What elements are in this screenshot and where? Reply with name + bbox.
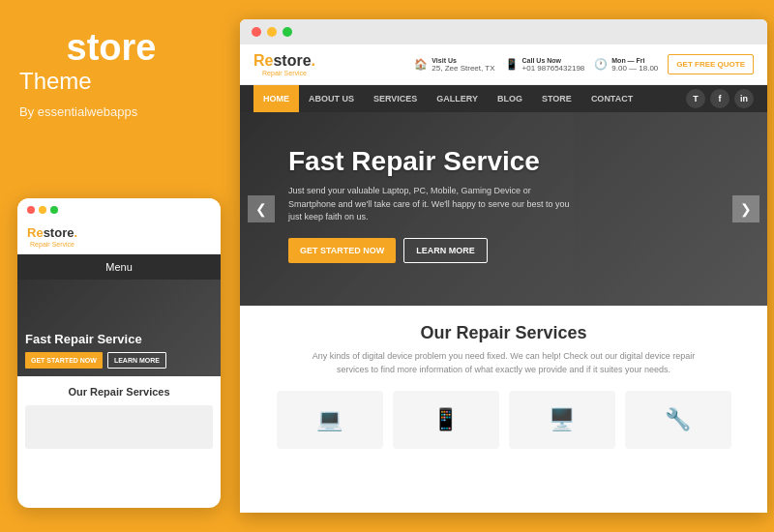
mockup-services: Our Repair Services (17, 376, 221, 458)
address-label: Visit Us (432, 57, 494, 64)
service-card-tools: 🔧 (625, 391, 731, 449)
mockup-service-placeholder (25, 405, 213, 449)
hero-next-arrow[interactable]: ❯ (732, 195, 759, 222)
mockup-hero-content: Fast Repair Service GET STARTED NOW LEAR… (25, 332, 213, 369)
services-section: Our Repair Services Any kinds of digital… (240, 306, 767, 458)
nav-item-about[interactable]: ABOUT US (299, 85, 364, 112)
mockup-dot-red (27, 206, 35, 214)
hero-prev-arrow[interactable]: ❮ (248, 195, 275, 222)
nav-item-blog[interactable]: BLOG (488, 85, 532, 112)
service-card-phone: 📱 (393, 391, 499, 449)
phone-icon: 📱 (505, 58, 519, 71)
hours-label: Mon — Fri (611, 57, 658, 64)
mockup-logo: Restore. Repair Service (27, 223, 77, 248)
service-card-desktop: 🖥️ (509, 391, 615, 449)
address-val: 25, Zee Street, TX (432, 64, 494, 73)
mockup-menu-bar: Menu (17, 254, 221, 280)
browser-dot-green (283, 27, 292, 37)
free-quote-button[interactable]: GET FREE QUOTE (668, 54, 754, 74)
brand-subtitle: Theme (19, 68, 221, 95)
brand-re: Re (19, 27, 67, 68)
contact-phone: 📱 Call Us Now +01 98765432198 (505, 57, 585, 73)
facebook-button[interactable]: f (710, 89, 729, 108)
hours-icon: 🕐 (594, 58, 608, 71)
mockup-learn-more-button[interactable]: LEARN MORE (107, 352, 166, 369)
services-cards: 💻 📱 🖥️ 🔧 (259, 391, 748, 449)
browser-bar (240, 19, 767, 44)
browser-dot-yellow (267, 27, 277, 37)
mockup-dot-yellow (39, 206, 46, 214)
hero-description: Just send your valuable Laptop, PC, Mobi… (288, 185, 579, 224)
nav-item-services[interactable]: SERVICES (364, 85, 427, 112)
mockup-hero-title: Fast Repair Service (25, 332, 213, 346)
browser-dot-red (252, 27, 261, 37)
hero-content: Fast Repair Service Just send your valua… (240, 112, 767, 297)
mockup-dot-green (50, 206, 58, 214)
services-description: Any kinds of digital device problem you … (311, 349, 698, 377)
site-nav: HOME ABOUT US SERVICES GALLERY BLOG STOR… (240, 85, 767, 112)
site-contact: 🏠 Visit Us 25, Zee Street, TX 📱 Call Us … (414, 54, 754, 74)
twitter-button[interactable]: T (686, 89, 705, 108)
left-panel: Restore. Theme By essentialwebapps Resto… (0, 0, 240, 532)
hero-get-started-button[interactable]: GET STARTED NOW (288, 238, 396, 263)
desktop-icon: 🖥️ (549, 407, 575, 432)
nav-item-contact[interactable]: CONTACT (581, 85, 642, 112)
contact-hours: 🕐 Mon — Fri 9.00 — 18.00 (594, 57, 658, 73)
linkedin-button[interactable]: in (734, 89, 754, 108)
by-text: By essentialwebapps (19, 104, 221, 119)
mockup-header: Restore. Repair Service (17, 218, 221, 254)
site-header: Restore. Repair Service 🏠 Visit Us 25, Z… (240, 44, 767, 85)
mockup-get-started-button[interactable]: GET STARTED NOW (25, 352, 103, 369)
hours-val: 9.00 — 18.00 (611, 64, 658, 73)
service-card-laptop: 💻 (277, 391, 383, 449)
mockup-hero: Fast Repair Service GET STARTED NOW LEAR… (17, 280, 221, 376)
hero-learn-more-button[interactable]: LEARN MORE (403, 238, 488, 263)
site-hero: Fast Repair Service Just send your valua… (240, 112, 767, 306)
brand-name: Restore. (19, 29, 221, 66)
nav-item-store[interactable]: STORE (532, 85, 581, 112)
nav-item-home[interactable]: HOME (253, 85, 299, 112)
site-logo-sub: Repair Service (253, 70, 315, 76)
phone-device-icon: 📱 (432, 407, 459, 432)
address-icon: 🏠 (414, 58, 428, 71)
nav-item-gallery[interactable]: GALLERY (427, 85, 488, 112)
tools-icon: 🔧 (665, 407, 691, 432)
nav-items: HOME ABOUT US SERVICES GALLERY BLOG STOR… (253, 85, 642, 112)
hero-buttons: GET STARTED NOW LEARN MORE (288, 238, 719, 263)
mockup-services-title: Our Repair Services (25, 386, 213, 398)
phone-label: Call Us Now (522, 57, 585, 64)
phone-val: +01 98765432198 (522, 64, 585, 73)
mockup-hero-btns: GET STARTED NOW LEARN MORE (25, 352, 213, 369)
mockup-logo-sub: Repair Service (27, 241, 77, 248)
laptop-icon: 💻 (316, 407, 342, 432)
services-title: Our Repair Services (259, 323, 748, 343)
nav-social: T f in (686, 89, 754, 108)
hero-title: Fast Repair Service (288, 146, 719, 177)
contact-address: 🏠 Visit Us 25, Zee Street, TX (414, 57, 494, 73)
mobile-mockup: Restore. Repair Service Menu Fast Repair… (17, 198, 221, 508)
site-logo: Restore. Repair Service (253, 52, 315, 76)
browser-window: Restore. Repair Service 🏠 Visit Us 25, Z… (240, 19, 767, 513)
mockup-dots (17, 198, 221, 218)
